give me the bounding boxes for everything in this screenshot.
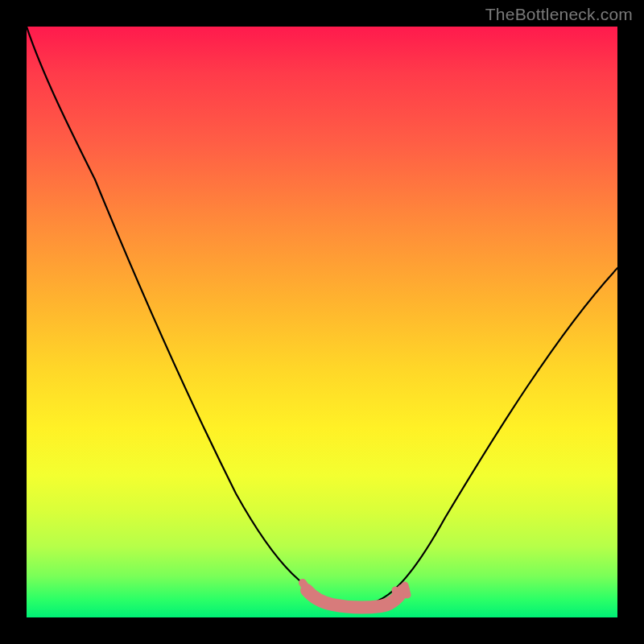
bottleneck-curve [27,27,617,605]
plot-area [27,27,617,617]
marker-tick-2 [405,585,407,595]
curve-layer [27,27,617,617]
optimal-band-marker [307,590,403,608]
chart-frame: TheBottleneck.com [0,0,644,644]
watermark-text: TheBottleneck.com [485,5,633,24]
marker-tick-left [303,583,306,588]
marker-tick-1 [395,590,397,599]
